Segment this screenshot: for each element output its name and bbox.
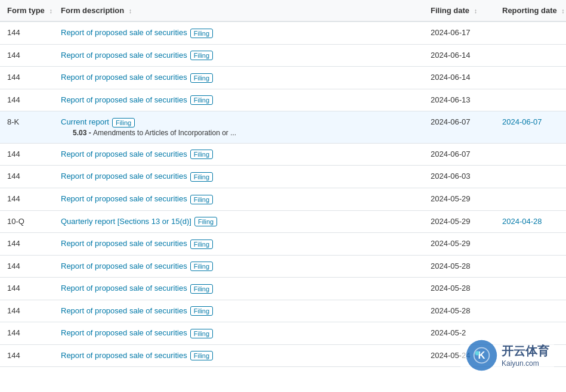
form-description-cell: Report of proposed sale of securitiesFil… bbox=[54, 255, 423, 278]
form-description-cell: Report of proposed sale of securitiesFil… bbox=[54, 21, 423, 44]
form-type-value: 144 bbox=[7, 351, 20, 360]
filing-badge[interactable]: Filing bbox=[190, 51, 213, 60]
filing-date-value: 2024-05-29 bbox=[431, 194, 471, 203]
reporting-date-cell bbox=[495, 188, 566, 210]
col-header-form-desc[interactable]: Form description ↕ bbox=[54, 0, 423, 21]
table-row: 144Report of proposed sale of securities… bbox=[0, 322, 566, 345]
sort-icon-filing-date[interactable]: ↕ bbox=[474, 7, 478, 14]
filing-date-cell: 2024-06-17 bbox=[423, 21, 495, 44]
filing-date-value: 2024-05-2 bbox=[431, 328, 466, 337]
form-description-link[interactable]: Report of proposed sale of securities bbox=[61, 51, 187, 60]
form-description-link[interactable]: Report of proposed sale of securities bbox=[61, 262, 187, 270]
filing-date-cell: 2024-06-14 bbox=[423, 67, 495, 89]
form-description-cell: Report of proposed sale of securitiesFil… bbox=[54, 233, 423, 256]
sort-icon-form-desc[interactable]: ↕ bbox=[129, 7, 132, 14]
form-type-value: 144 bbox=[7, 239, 20, 248]
form-type-value: 8-K bbox=[7, 117, 19, 126]
form-description-link[interactable]: Report of proposed sale of securities bbox=[61, 306, 187, 315]
form-description-link[interactable]: Quarterly report [Sections 13 or 15(d)] bbox=[61, 217, 191, 226]
filing-date-cell: 2024-06-13 bbox=[423, 89, 495, 111]
filing-badge[interactable]: Filing bbox=[190, 172, 213, 182]
filing-badge[interactable]: Filing bbox=[112, 118, 135, 127]
filing-badge[interactable]: Filing bbox=[190, 29, 213, 38]
filing-date-value: 2024-06-14 bbox=[431, 51, 471, 60]
table-row: 144Report of proposed sale of securities… bbox=[0, 233, 566, 256]
table-row: 144Report of proposed sale of securities… bbox=[0, 44, 566, 67]
filing-badge[interactable]: Filing bbox=[190, 306, 213, 316]
form-type-value: 144 bbox=[7, 284, 20, 293]
form-description-link[interactable]: Report of proposed sale of securities bbox=[61, 351, 187, 360]
filing-date-cell: 2024-06-03 bbox=[423, 166, 495, 188]
form-type-value: 144 bbox=[7, 95, 20, 104]
form-type-cell: 144 bbox=[0, 44, 54, 67]
form-description-link[interactable]: Report of proposed sale of securities bbox=[61, 95, 187, 104]
filing-badge[interactable]: Filing bbox=[190, 150, 213, 159]
form-description-link[interactable]: Report of proposed sale of securities bbox=[61, 172, 187, 181]
form-description-link[interactable]: Report of proposed sale of securities bbox=[61, 284, 187, 293]
sort-icon-form-type[interactable]: ↕ bbox=[49, 7, 52, 14]
col-header-reporting-date-label: Reporting date bbox=[502, 6, 557, 15]
form-type-cell: 144 bbox=[0, 188, 54, 210]
form-description-cell: Quarterly report [Sections 13 or 15(d)]F… bbox=[54, 210, 423, 233]
table-row: 144Report of proposed sale of securities… bbox=[0, 166, 566, 188]
form-description-cell: Report of proposed sale of securitiesFil… bbox=[54, 44, 423, 67]
form-description-cell: Report of proposed sale of securitiesFil… bbox=[54, 143, 423, 166]
table-row: 144Report of proposed sale of securities… bbox=[0, 278, 566, 300]
form-description-link[interactable]: Report of proposed sale of securities bbox=[61, 239, 187, 248]
filing-badge[interactable]: Filing bbox=[190, 239, 213, 249]
form-type-cell: 144 bbox=[0, 166, 54, 188]
form-type-value: 144 bbox=[7, 328, 20, 337]
filing-date-cell: 2024-05-24 bbox=[423, 344, 495, 367]
reporting-date-cell bbox=[495, 300, 566, 322]
form-description-link[interactable]: Report of proposed sale of securities bbox=[61, 194, 187, 203]
filing-badge[interactable]: Filing bbox=[194, 217, 217, 226]
filing-date-value: 2024-06-14 bbox=[431, 73, 471, 82]
filing-date-value: 2024-05-28 bbox=[431, 262, 471, 270]
form-description-cell: Report of proposed sale of securitiesFil… bbox=[54, 344, 423, 367]
form-type-cell: 144 bbox=[0, 21, 54, 44]
form-type-cell: 144 bbox=[0, 255, 54, 278]
form-type-cell: 144 bbox=[0, 300, 54, 322]
form-type-value: 144 bbox=[7, 51, 20, 60]
table-row: 10-QQuarterly report [Sections 13 or 15(… bbox=[0, 210, 566, 233]
reporting-date-cell bbox=[495, 143, 566, 166]
col-header-form-desc-label: Form description bbox=[61, 6, 124, 15]
col-header-reporting-date[interactable]: Reporting date ↕ bbox=[495, 0, 566, 21]
form-description-link[interactable]: Report of proposed sale of securities bbox=[61, 28, 187, 37]
form-description-cell: Report of proposed sale of securitiesFil… bbox=[54, 89, 423, 111]
table-row: 144Report of proposed sale of securities… bbox=[0, 21, 566, 44]
filing-badge[interactable]: Filing bbox=[190, 195, 213, 204]
filing-date-cell: 2024-05-2 bbox=[423, 322, 495, 345]
form-description-link[interactable]: Report of proposed sale of securities bbox=[61, 150, 187, 158]
reporting-date-link[interactable]: 2024-06-07 bbox=[502, 117, 542, 126]
filing-date-value: 2024-05-29 bbox=[431, 239, 471, 248]
filing-badge[interactable]: Filing bbox=[190, 73, 213, 83]
table-row: 144Report of proposed sale of securities… bbox=[0, 67, 566, 89]
form-description-link[interactable]: Current report bbox=[61, 117, 109, 126]
sort-icon-reporting-date[interactable]: ↕ bbox=[561, 7, 565, 14]
col-header-form-type[interactable]: Form type ↕ bbox=[0, 0, 54, 21]
table-header-row: Form type ↕ Form description ↕ Filing da… bbox=[0, 0, 566, 21]
form-type-value: 144 bbox=[7, 306, 20, 315]
reporting-date-cell: 2024-04-28 bbox=[495, 210, 566, 233]
form-type-value: 144 bbox=[7, 262, 20, 270]
filing-badge[interactable]: Filing bbox=[190, 95, 213, 105]
reporting-date-cell bbox=[495, 255, 566, 278]
reporting-date-link[interactable]: 2024-04-28 bbox=[502, 217, 542, 226]
filing-date-value: 2024-06-07 bbox=[431, 117, 471, 126]
reporting-date-cell: 2024-06-07 bbox=[495, 111, 566, 144]
filing-badge[interactable]: Filing bbox=[190, 284, 213, 294]
col-header-filing-date[interactable]: Filing date ↕ bbox=[423, 0, 495, 21]
reporting-date-cell bbox=[495, 89, 566, 111]
reporting-date-cell bbox=[495, 344, 566, 367]
form-description-link[interactable]: Report of proposed sale of securities bbox=[61, 328, 187, 337]
filing-badge[interactable]: Filing bbox=[190, 329, 213, 338]
filing-badge[interactable]: Filing bbox=[190, 351, 213, 360]
filing-date-value: 2024-06-07 bbox=[431, 150, 471, 158]
form-description-link[interactable]: Report of proposed sale of securities bbox=[61, 73, 187, 82]
form-type-value: 144 bbox=[7, 150, 20, 158]
filing-badge[interactable]: Filing bbox=[190, 262, 213, 271]
reporting-date-cell bbox=[495, 166, 566, 188]
filing-date-value: 2024-06-17 bbox=[431, 28, 471, 37]
reporting-date-cell bbox=[495, 67, 566, 89]
